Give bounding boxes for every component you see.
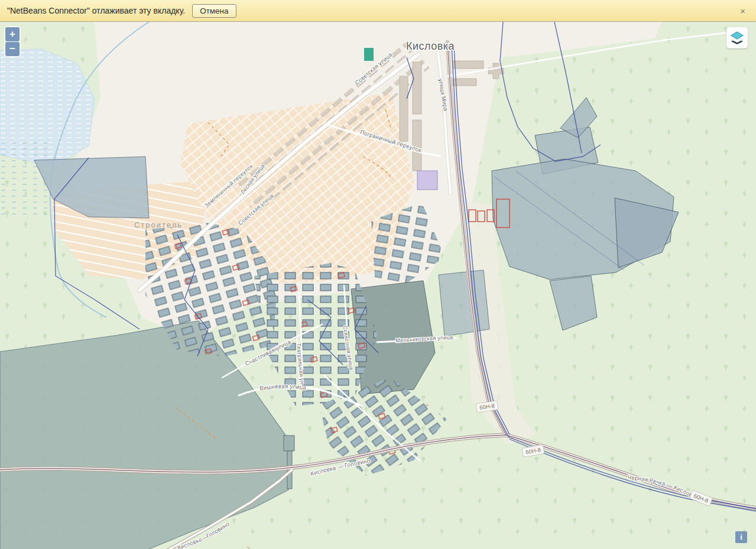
map-container: Кисловка Строитель Советская улица улица… bbox=[0, 22, 756, 549]
town-label: Кисловка bbox=[406, 40, 455, 52]
zoom-control: + − bbox=[4, 26, 21, 57]
debug-infobar: "NetBeans Connector" отлаживает эту вкла… bbox=[0, 0, 756, 22]
zoom-out-button[interactable]: − bbox=[5, 42, 20, 56]
info-button[interactable]: i bbox=[735, 531, 747, 543]
close-icon[interactable]: × bbox=[736, 5, 749, 17]
layers-button[interactable] bbox=[726, 27, 748, 48]
zoom-in-button[interactable]: + bbox=[5, 27, 20, 41]
map-viewport[interactable]: Кисловка Строитель Советская улица улица… bbox=[0, 22, 756, 549]
layers-icon bbox=[730, 31, 744, 45]
cancel-button[interactable]: Отмена bbox=[192, 4, 236, 18]
infobar-message: "NetBeans Connector" отлаживает эту вкла… bbox=[7, 6, 185, 15]
district-label: Строитель bbox=[134, 220, 183, 229]
